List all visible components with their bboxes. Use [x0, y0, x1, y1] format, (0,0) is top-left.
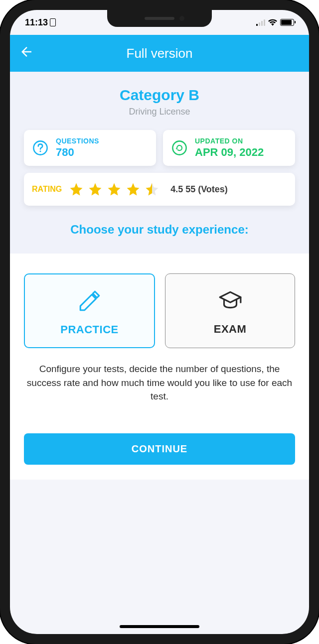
star-icon: [69, 182, 84, 197]
status-left: 11:13: [25, 17, 56, 28]
app-header: Full version: [10, 35, 309, 72]
back-button[interactable]: [19, 44, 34, 63]
refresh-icon: [171, 139, 188, 156]
battery-icon: [280, 19, 294, 26]
summary-section: Category B Driving License QUESTIONS 780: [10, 72, 309, 254]
star-icon: [88, 182, 103, 197]
sim-icon: [50, 18, 56, 26]
questions-value: 780: [56, 146, 99, 159]
rating-text: 4.5 55 (Votes): [170, 184, 228, 195]
category-title: Category B: [24, 87, 295, 104]
rating-card: RATING 4.5 55 (Votes): [24, 173, 295, 206]
choose-title: Choose your study experience:: [24, 223, 295, 237]
signal-icon: [256, 19, 265, 26]
device-notch: [107, 10, 212, 27]
pencil-icon: [77, 288, 102, 313]
practice-mode-card[interactable]: PRACTICE: [24, 273, 155, 348]
wifi-icon: [268, 19, 277, 26]
updated-label: UPDATED ON: [195, 137, 264, 145]
stats-row: QUESTIONS 780 UPDATED ON APR 09, 2022: [24, 130, 295, 166]
star-icon: [107, 182, 122, 197]
svg-point-2: [172, 141, 186, 154]
star-icon: [126, 182, 141, 197]
mode-description: Configure your tests, decide the number …: [24, 362, 295, 403]
star-half-icon: [145, 182, 160, 197]
mode-section: PRACTICE EXAM Configure your tests, deci…: [10, 254, 309, 480]
question-circle-icon: [32, 139, 49, 156]
mode-row: PRACTICE EXAM: [24, 273, 295, 348]
exam-mode-card[interactable]: EXAM: [165, 273, 295, 348]
graduation-cap-icon: [218, 288, 243, 313]
rating-label: RATING: [32, 185, 62, 194]
device-frame: 11:13 Full version: [0, 0, 319, 644]
svg-point-1: [39, 150, 41, 152]
device-screen: 11:13 Full version: [10, 10, 309, 634]
header-title: Full version: [127, 46, 193, 61]
exam-label: EXAM: [214, 323, 247, 336]
status-right: [256, 19, 294, 26]
rating-stars: [69, 182, 160, 197]
questions-label: QUESTIONS: [56, 137, 99, 145]
practice-label: PRACTICE: [60, 323, 118, 336]
continue-button[interactable]: CONTINUE: [24, 433, 295, 465]
speaker-grill: [145, 17, 174, 20]
status-time: 11:13: [25, 17, 48, 28]
category-subtitle: Driving License: [24, 107, 295, 117]
home-indicator[interactable]: [120, 625, 199, 628]
front-camera: [179, 16, 184, 21]
arrow-left-icon: [19, 44, 34, 59]
updated-value: APR 09, 2022: [195, 146, 264, 159]
questions-card: QUESTIONS 780: [24, 130, 156, 166]
updated-card: UPDATED ON APR 09, 2022: [163, 130, 295, 166]
